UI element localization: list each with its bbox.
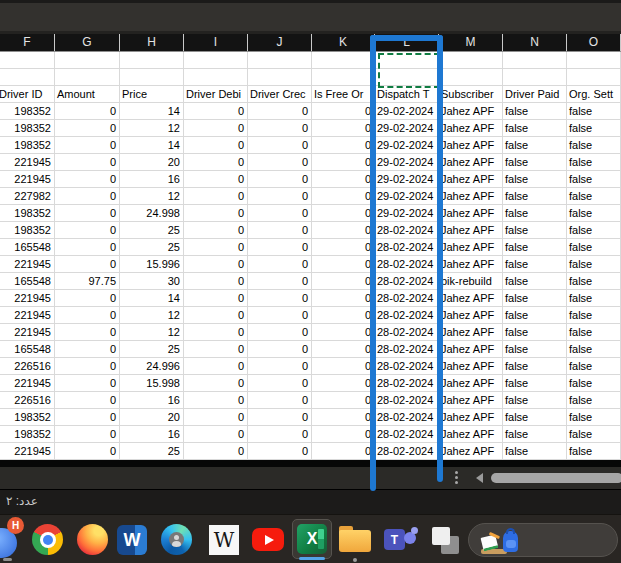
cell[interactable]: false — [567, 443, 621, 460]
column-header-G[interactable]: G — [55, 34, 120, 51]
cell[interactable]: 16 — [120, 426, 184, 443]
cell[interactable]: 0 — [184, 239, 248, 256]
cell[interactable]: 15.998 — [120, 375, 184, 392]
cell[interactable]: 0 — [312, 341, 375, 358]
cell[interactable]: false — [503, 341, 567, 358]
study-widget-pill[interactable] — [468, 523, 618, 557]
cell[interactable]: false — [567, 341, 621, 358]
cell[interactable]: 29-02-2024 — [375, 171, 439, 188]
chrome-icon[interactable] — [32, 524, 63, 555]
cell[interactable]: 12 — [120, 120, 184, 137]
cell[interactable]: 0 — [184, 375, 248, 392]
cell[interactable]: Org. Sett — [567, 86, 621, 103]
cell[interactable]: 0 — [55, 426, 120, 443]
cell[interactable]: 0 — [312, 188, 375, 205]
cell[interactable]: 221945 — [0, 307, 55, 324]
cell[interactable]: 0 — [312, 358, 375, 375]
cell[interactable]: 198352 — [0, 409, 55, 426]
cell[interactable]: 0 — [184, 392, 248, 409]
cell[interactable]: 226516 — [0, 358, 55, 375]
cell[interactable]: 0 — [248, 137, 312, 154]
cell[interactable]: false — [503, 307, 567, 324]
cell[interactable] — [567, 52, 621, 69]
cell[interactable]: 0 — [184, 154, 248, 171]
cell[interactable]: 25 — [120, 341, 184, 358]
cell[interactable]: Jahez APF — [439, 137, 503, 154]
cell[interactable]: 12 — [120, 307, 184, 324]
column-header-O[interactable]: O — [567, 34, 621, 51]
cell[interactable]: 0 — [55, 188, 120, 205]
cell[interactable]: 0 — [55, 375, 120, 392]
cell[interactable] — [0, 52, 55, 69]
cell[interactable]: false — [567, 358, 621, 375]
cell[interactable]: 0 — [55, 256, 120, 273]
cell[interactable]: false — [503, 409, 567, 426]
cell[interactable]: 0 — [184, 443, 248, 460]
cell[interactable]: Dispatch T — [375, 86, 439, 103]
cell[interactable]: 227982 — [0, 188, 55, 205]
cell[interactable]: Driver Crec — [248, 86, 312, 103]
cell[interactable]: 30 — [120, 273, 184, 290]
cell[interactable]: false — [567, 188, 621, 205]
cell[interactable]: 0 — [312, 154, 375, 171]
cell[interactable]: false — [503, 120, 567, 137]
cell[interactable]: Jahez APF — [439, 443, 503, 460]
cell[interactable]: Driver Debi — [184, 86, 248, 103]
cell[interactable]: false — [567, 375, 621, 392]
cell[interactable]: 0 — [248, 375, 312, 392]
cell[interactable]: 198352 — [0, 103, 55, 120]
cell[interactable]: 29-02-2024 — [375, 103, 439, 120]
cell[interactable]: 221945 — [0, 443, 55, 460]
cell[interactable]: false — [567, 120, 621, 137]
cell[interactable]: Jahez APF — [439, 188, 503, 205]
cell[interactable]: 28-02-2024 — [375, 222, 439, 239]
cell[interactable]: 28-02-2024 — [375, 256, 439, 273]
cell[interactable]: false — [567, 290, 621, 307]
cell[interactable]: false — [567, 154, 621, 171]
cell[interactable]: false — [567, 239, 621, 256]
cell[interactable]: 0 — [55, 239, 120, 256]
cell[interactable]: false — [567, 307, 621, 324]
cell[interactable]: false — [503, 222, 567, 239]
cell[interactable]: 221945 — [0, 256, 55, 273]
cell[interactable]: 0 — [184, 273, 248, 290]
column-header-N[interactable]: N — [503, 34, 567, 51]
cell[interactable]: false — [567, 392, 621, 409]
cell[interactable]: Jahez APF — [439, 222, 503, 239]
cell[interactable]: 29-02-2024 — [375, 154, 439, 171]
cell[interactable]: 29-02-2024 — [375, 188, 439, 205]
cell[interactable]: 0 — [55, 205, 120, 222]
cell[interactable]: false — [503, 154, 567, 171]
cell[interactable]: 0 — [312, 239, 375, 256]
cell[interactable]: 20 — [120, 409, 184, 426]
cell[interactable]: Jahez APF — [439, 154, 503, 171]
cell[interactable]: false — [567, 409, 621, 426]
cell[interactable]: 20 — [120, 154, 184, 171]
cell[interactable]: 16 — [120, 392, 184, 409]
cell[interactable]: false — [503, 426, 567, 443]
cell[interactable]: 0 — [312, 256, 375, 273]
cell[interactable] — [184, 69, 248, 86]
cell[interactable]: false — [503, 239, 567, 256]
cell[interactable]: 0 — [248, 273, 312, 290]
cell[interactable]: 0 — [248, 222, 312, 239]
cell[interactable] — [120, 69, 184, 86]
cell[interactable]: 14 — [120, 137, 184, 154]
cell[interactable]: false — [503, 103, 567, 120]
cell[interactable]: 0 — [55, 154, 120, 171]
cell[interactable]: Jahez APF — [439, 426, 503, 443]
overlap-windows-icon[interactable] — [429, 524, 461, 556]
column-header-M[interactable]: M — [439, 34, 503, 51]
cell[interactable] — [312, 69, 375, 86]
cell[interactable]: 0 — [248, 256, 312, 273]
cell[interactable]: 28-02-2024 — [375, 307, 439, 324]
cell[interactable] — [503, 69, 567, 86]
cell[interactable]: false — [503, 137, 567, 154]
cell[interactable]: 0 — [55, 103, 120, 120]
cell[interactable]: 0 — [55, 358, 120, 375]
firefox-icon[interactable] — [77, 524, 108, 555]
cell[interactable]: 0 — [312, 120, 375, 137]
cell[interactable]: 0 — [184, 341, 248, 358]
cell[interactable]: 28-02-2024 — [375, 290, 439, 307]
cell[interactable]: 29-02-2024 — [375, 120, 439, 137]
